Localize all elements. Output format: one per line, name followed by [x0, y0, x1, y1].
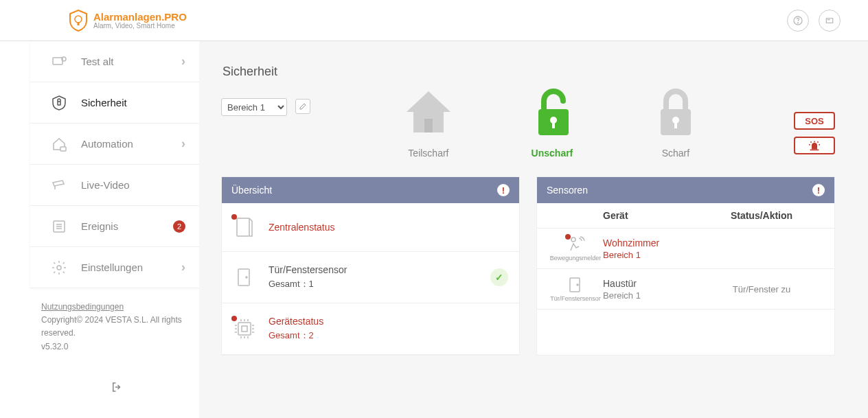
lock-icon [648, 84, 703, 139]
edit-area-button[interactable] [295, 99, 310, 114]
help-button[interactable] [787, 10, 809, 32]
nav-events[interactable]: Ereignis 2 [30, 206, 199, 247]
device-button[interactable] [819, 10, 841, 32]
nav-test-alt[interactable]: Test alt › [30, 41, 199, 82]
nav-label: Test alt [81, 56, 168, 67]
svg-rect-4 [826, 18, 832, 23]
overview-row-title: Zentralenstatus [269, 222, 335, 233]
nav-security[interactable]: Sicherheit [30, 82, 199, 124]
nav-settings[interactable]: Einstellungen › [30, 247, 199, 288]
list-icon [51, 218, 67, 235]
overview-row-device-status[interactable]: Gerätestatus Gesamt：2 [222, 303, 519, 355]
svg-rect-8 [60, 147, 66, 151]
chip-icon [233, 317, 256, 340]
panic-alarm-button[interactable] [794, 137, 835, 154]
door-sensor-icon [233, 266, 256, 289]
logout-icon[interactable] [111, 386, 123, 395]
mode-label: Scharf [638, 148, 713, 159]
sensor-type: Bewegungsmelder [548, 255, 603, 262]
sensors-title: Sensoren [547, 185, 588, 196]
nav-label: Sicherheit [81, 97, 185, 108]
chevron-right-icon: › [181, 137, 185, 151]
panel-icon [51, 54, 67, 70]
sensor-name: Haustür [603, 278, 700, 289]
svg-point-20 [246, 277, 247, 278]
overview-row-door-sensor[interactable]: Tür/Fenstersensor Gesamt：1 ✓ [222, 252, 519, 303]
chevron-right-icon: › [181, 54, 185, 69]
sensor-area: Bereich 1 [603, 290, 700, 301]
sensor-type: Tür/Fenstersensor [548, 295, 603, 302]
copyright-text: Copyright© 2024 VESTA S.L. All rights re… [41, 314, 192, 340]
overview-row-count: Gesamt：1 [269, 278, 347, 290]
overview-title: Übersicht [231, 185, 272, 196]
nav-label: Ereignis [81, 220, 159, 232]
mode-label: Unscharf [514, 148, 590, 159]
ok-check-icon: ✓ [490, 268, 508, 286]
sensors-panel: Sensoren ! Gerät Status/Aktion Bewegungs… [536, 176, 835, 356]
shield-logo-icon [69, 10, 88, 32]
page-title: Sicherheit [222, 65, 835, 79]
door-window-sensor-icon [565, 276, 586, 294]
svg-rect-1 [78, 22, 80, 25]
brand-name: Alarmanlagen.PRO [93, 12, 187, 22]
motion-sensor-icon [565, 235, 586, 253]
sensor-name: Wohnzimmer [603, 237, 700, 248]
nav-live-video[interactable]: Live-Video [30, 165, 199, 206]
svg-rect-21 [238, 323, 251, 335]
home-icon [401, 84, 456, 139]
sos-button[interactable]: SOS [794, 112, 835, 130]
overview-row-title: Gerätestatus [269, 316, 323, 327]
brand-tagline: Alarm, Video, Smart Home [93, 22, 187, 30]
sensor-row[interactable]: Tür/Fenstersensor Haustür Bereich 1 Tür/… [537, 269, 834, 310]
col-device: Gerät [603, 210, 700, 221]
svg-rect-22 [242, 326, 247, 332]
overview-row-count: Gesamt：2 [269, 329, 323, 342]
svg-point-25 [577, 284, 578, 286]
sensor-row[interactable]: Bewegungsmelder Wohnzimmer Bereich 1 [537, 229, 834, 269]
nav-automation[interactable]: Automation › [30, 124, 199, 165]
svg-rect-5 [53, 58, 62, 65]
nav-label: Einstellungen [81, 262, 168, 273]
overview-row-central[interactable]: Zentralenstatus [222, 203, 519, 252]
chevron-right-icon: › [181, 260, 185, 275]
central-unit-icon [233, 216, 256, 239]
unlock-icon [525, 84, 580, 139]
camera-icon [51, 177, 67, 194]
home-automation-icon [51, 136, 67, 152]
gear-icon [51, 259, 67, 276]
mode-partial-arm[interactable]: Teilscharf [391, 84, 466, 159]
svg-point-10 [57, 266, 61, 270]
svg-rect-14 [552, 121, 555, 128]
terms-link[interactable]: Nutzungsbedingungen [41, 302, 124, 312]
brand-logo: Alarmanlagen.PRO Alarm, Video, Smart Hom… [69, 10, 187, 32]
col-status: Status/Aktion [700, 210, 823, 221]
event-badge: 2 [173, 220, 185, 233]
nav-label: Automation [81, 138, 168, 150]
nav-label: Live-Video [81, 179, 185, 191]
svg-point-23 [571, 237, 575, 242]
area-select[interactable]: Bereich 1 [221, 98, 287, 116]
mode-disarm[interactable]: Unscharf [514, 84, 590, 159]
overview-panel: Übersicht ! Zentralenstatus [221, 176, 520, 356]
svg-rect-17 [674, 121, 677, 128]
warning-icon: ! [812, 184, 825, 196]
overview-row-title: Tür/Fenstersensor [269, 264, 347, 275]
svg-rect-11 [424, 119, 433, 132]
shield-icon [51, 95, 67, 111]
svg-point-3 [797, 22, 798, 23]
warning-icon: ! [497, 184, 510, 196]
svg-rect-18 [237, 218, 249, 236]
sensor-status: Tür/Fenster zu [700, 284, 823, 294]
svg-rect-7 [58, 102, 60, 105]
version-text: v5.32.0 [41, 340, 192, 353]
mode-label: Teilscharf [391, 148, 466, 159]
mode-arm[interactable]: Scharf [638, 84, 713, 159]
svg-point-0 [75, 16, 82, 23]
sensor-area: Bereich 1 [603, 250, 700, 260]
